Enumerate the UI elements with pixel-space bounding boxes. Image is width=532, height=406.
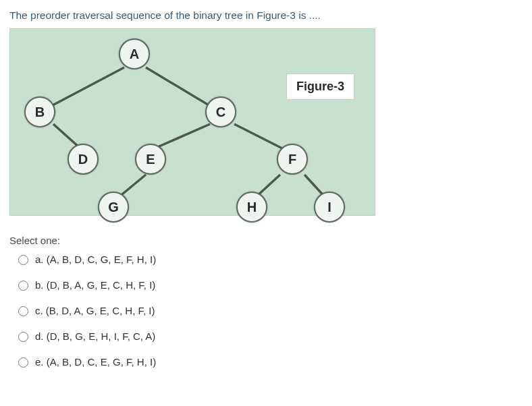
tree-node-d: D bbox=[68, 144, 99, 175]
option-b[interactable]: b. (D, B, A, G, E, C, H, F, I) bbox=[15, 279, 523, 291]
figure-label: Figure-3 bbox=[286, 74, 354, 100]
select-one-prompt: Select one: bbox=[9, 235, 523, 246]
tree-edges bbox=[10, 29, 375, 215]
tree-node-e: E bbox=[135, 144, 166, 175]
option-a[interactable]: a. (A, B, D, C, G, E, F, H, I) bbox=[15, 253, 523, 265]
option-d-label[interactable]: d. (D, B, G, E, H, I, F, C, A) bbox=[35, 330, 155, 342]
tree-node-g: G bbox=[98, 192, 129, 223]
tree-node-f: F bbox=[277, 144, 308, 175]
option-e-radio[interactable] bbox=[18, 357, 28, 368]
question-text: The preorder traversal sequence of the b… bbox=[9, 9, 523, 22]
option-c-radio[interactable] bbox=[18, 306, 28, 316]
options-list: a. (A, B, D, C, G, E, F, H, I) b. (D, B,… bbox=[15, 253, 523, 368]
option-e[interactable]: e. (A, B, D, C, E, G, F, H, I) bbox=[15, 355, 523, 368]
svg-line-0 bbox=[53, 67, 124, 105]
tree-node-b: B bbox=[24, 96, 55, 127]
option-c[interactable]: c. (B, D, A, G, E, C, H, F, I) bbox=[15, 304, 523, 316]
figure-3-tree: A B C D E F G H I Figure-3 bbox=[9, 28, 375, 216]
option-b-radio[interactable] bbox=[18, 281, 28, 291]
tree-node-c: C bbox=[205, 96, 236, 127]
option-d-radio[interactable] bbox=[18, 332, 28, 342]
svg-line-1 bbox=[146, 67, 213, 108]
option-c-label[interactable]: c. (B, D, A, G, E, C, H, F, I) bbox=[35, 305, 155, 316]
tree-node-i: I bbox=[314, 192, 345, 223]
option-a-label[interactable]: a. (A, B, D, C, G, E, F, H, I) bbox=[35, 254, 156, 265]
option-a-radio[interactable] bbox=[18, 255, 28, 265]
svg-line-2 bbox=[53, 124, 80, 148]
option-d[interactable]: d. (D, B, G, E, H, I, F, C, A) bbox=[15, 330, 523, 342]
tree-node-h: H bbox=[236, 192, 267, 223]
option-e-label[interactable]: e. (A, B, D, C, E, G, F, H, I) bbox=[35, 356, 156, 368]
tree-node-a: A bbox=[119, 38, 150, 69]
option-b-label[interactable]: b. (D, B, A, G, E, C, H, F, I) bbox=[35, 279, 155, 291]
svg-line-4 bbox=[234, 124, 286, 150]
